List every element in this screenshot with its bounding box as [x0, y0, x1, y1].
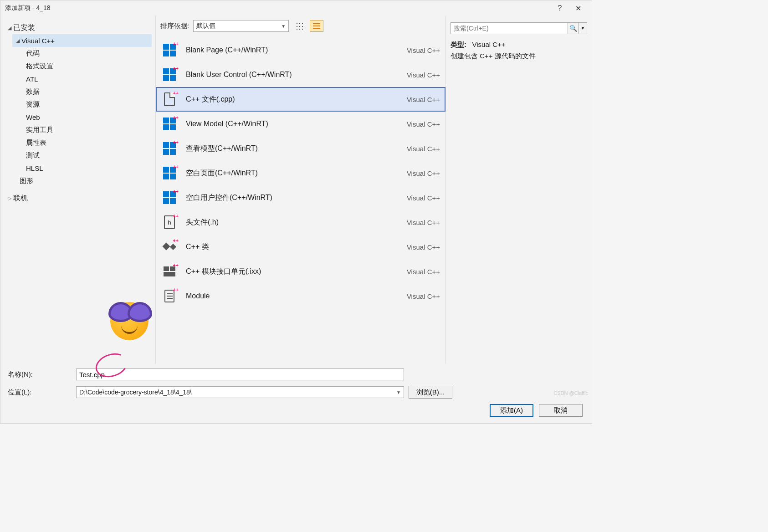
search-box[interactable]: 🔍 ▼ [451, 22, 587, 34]
template-row[interactable]: ++C++ 类Visual C++ [156, 235, 445, 259]
template-row[interactable]: ++Blank Page (C++/WinRT)Visual C++ [156, 38, 445, 62]
help-button[interactable]: ? [551, 4, 569, 12]
template-label: C++ 类 [186, 242, 382, 252]
expander-icon: ◢ [6, 25, 13, 31]
view-list-button[interactable] [310, 20, 323, 32]
expander-icon: ▷ [6, 195, 13, 201]
template-category: Visual C++ [390, 145, 440, 153]
class-icon: ++ [161, 239, 178, 255]
search-input[interactable] [451, 23, 568, 34]
description: 创建包含 C++ 源代码的文件 [451, 52, 587, 61]
template-label: Module [186, 292, 382, 300]
template-row[interactable]: ++空白用户控件(C++/WinRT)Visual C++ [156, 185, 445, 210]
windows-tile-icon: ++ [161, 189, 178, 206]
template-category: Visual C++ [390, 96, 440, 103]
tree-subitem[interactable]: 代码 [26, 47, 152, 60]
windows-tile-icon: ++ [161, 140, 178, 157]
cool-emoji-overlay [108, 296, 153, 341]
tree-subitem[interactable]: HLSL [26, 162, 152, 174]
tree-subitem[interactable]: 属性表 [26, 136, 152, 149]
tree-subitem[interactable]: 实用工具 [26, 123, 152, 136]
type-label: 类型: [451, 41, 466, 48]
template-label: C++ 模块接口单元(.ixx) [186, 267, 382, 276]
tree-visual-cpp-label: Visual C++ [21, 37, 55, 45]
template-category: Visual C++ [390, 268, 440, 276]
template-label: View Model (C++/WinRT) [186, 120, 382, 128]
search-dropdown-icon[interactable]: ▼ [579, 23, 587, 34]
action-buttons: 添加(A) 取消 [8, 404, 584, 417]
template-category: Visual C++ [390, 169, 440, 177]
tree-subitem[interactable]: 资源 [26, 98, 152, 111]
watermark: CSDN @Claffic [553, 390, 588, 396]
location-row: 位置(L): D:\Code\code-grocery-store\4_18\4… [8, 386, 584, 399]
template-label: 空白页面(C++/WinRT) [186, 169, 382, 178]
tree-installed[interactable]: ◢ 已安装 [4, 21, 152, 34]
template-row[interactable]: h++头文件(.h)Visual C++ [156, 210, 445, 235]
template-category: Visual C++ [390, 194, 440, 202]
cpp-file-icon: ++ [161, 91, 178, 107]
tree-graphics-label: 图形 [20, 177, 33, 185]
template-category: Visual C++ [390, 292, 440, 300]
template-panel: 排序依据: 默认值 ▼ ++Blank Page (C++/WinRT)Visu… [155, 16, 446, 364]
location-combo[interactable]: D:\Code\code-grocery-store\4_18\4_18\ ▼ [76, 386, 404, 398]
template-label: Blank User Control (C++/WinRT) [186, 71, 382, 79]
template-category: Visual C++ [390, 46, 440, 54]
sort-dropdown[interactable]: 默认值 ▼ [193, 20, 289, 32]
sort-value: 默认值 [196, 22, 215, 30]
name-label: 名称(N): [8, 370, 72, 379]
tree-subitem[interactable]: 格式设置 [26, 60, 152, 72]
windows-tile-icon: ++ [161, 165, 178, 181]
template-label: 空白用户控件(C++/WinRT) [186, 193, 382, 203]
grid-icon [296, 22, 303, 30]
add-new-item-dialog: 添加新项 - 4_18 ? ✕ ◢ 已安装 ◢ Visual C++ 代码格式设… [0, 0, 592, 424]
template-row[interactable]: ++C++ 模块接口单元(.ixx)Visual C++ [156, 259, 445, 284]
template-toolbar: 排序依据: 默认值 ▼ [156, 16, 445, 36]
template-category: Visual C++ [390, 219, 440, 226]
template-row[interactable]: ++ModuleVisual C++ [156, 284, 445, 308]
tree-subitem[interactable]: 数据 [26, 85, 152, 98]
footer: 名称(N): 位置(L): D:\Code\code-grocery-store… [0, 364, 592, 423]
tree-subitem[interactable]: ATL [26, 72, 152, 85]
tree-installed-label: 已安装 [13, 23, 35, 33]
template-row[interactable]: ++View Model (C++/WinRT)Visual C++ [156, 112, 445, 136]
type-line: 类型: Visual C++ [451, 41, 587, 49]
close-button[interactable]: ✕ [569, 4, 587, 13]
windows-tile-icon: ++ [161, 116, 178, 132]
tree-subitem[interactable]: Web [26, 111, 152, 123]
template-category: Visual C++ [390, 120, 440, 128]
title-bar: 添加新项 - 4_18 ? ✕ [0, 0, 592, 16]
info-panel: 🔍 ▼ 类型: Visual C++ 创建包含 C++ 源代码的文件 [446, 16, 592, 364]
chevron-down-icon: ▼ [396, 390, 401, 395]
type-value: Visual C++ [472, 41, 506, 48]
tree-vcpp-children: 代码格式设置ATL数据资源Web实用工具属性表测试HLSL [12, 47, 152, 174]
cancel-button[interactable]: 取消 [539, 404, 583, 417]
header-file-icon: h++ [161, 214, 178, 230]
template-category: Visual C++ [390, 71, 440, 79]
location-label: 位置(L): [8, 388, 72, 397]
tree-graphics[interactable]: 图形 [12, 174, 152, 187]
tree-visual-cpp[interactable]: ◢ Visual C++ [12, 34, 152, 47]
expander-icon: ◢ [14, 38, 21, 44]
name-row: 名称(N): [8, 368, 584, 380]
tree-online[interactable]: ▷ 联机 [4, 192, 152, 205]
template-label: 查看模型(C++/WinRT) [186, 144, 382, 153]
template-row[interactable]: ++查看模型(C++/WinRT)Visual C++ [156, 136, 445, 161]
template-label: C++ 文件(.cpp) [186, 95, 382, 104]
module-unit-icon: ++ [161, 263, 178, 280]
template-row[interactable]: ++C++ 文件(.cpp)Visual C++ [156, 87, 445, 112]
tree-subitem[interactable]: 测试 [26, 149, 152, 162]
view-grid-button[interactable] [292, 20, 306, 32]
chevron-down-icon: ▼ [281, 24, 286, 29]
template-category: Visual C++ [390, 243, 440, 251]
browse-button[interactable]: 浏览(B)... [409, 386, 452, 399]
template-row[interactable]: ++Blank User Control (C++/WinRT)Visual C… [156, 62, 445, 87]
name-input[interactable] [76, 368, 404, 380]
template-row[interactable]: ++空白页面(C++/WinRT)Visual C++ [156, 161, 445, 185]
template-list: ++Blank Page (C++/WinRT)Visual C++++Blan… [156, 36, 445, 364]
window-title: 添加新项 - 4_18 [5, 4, 551, 12]
tree-online-label: 联机 [13, 194, 28, 203]
add-button[interactable]: 添加(A) [490, 404, 533, 417]
main-area: ◢ 已安装 ◢ Visual C++ 代码格式设置ATL数据资源Web实用工具属… [0, 16, 592, 364]
search-icon[interactable]: 🔍 [568, 23, 579, 34]
windows-tile-icon: ++ [161, 42, 178, 58]
